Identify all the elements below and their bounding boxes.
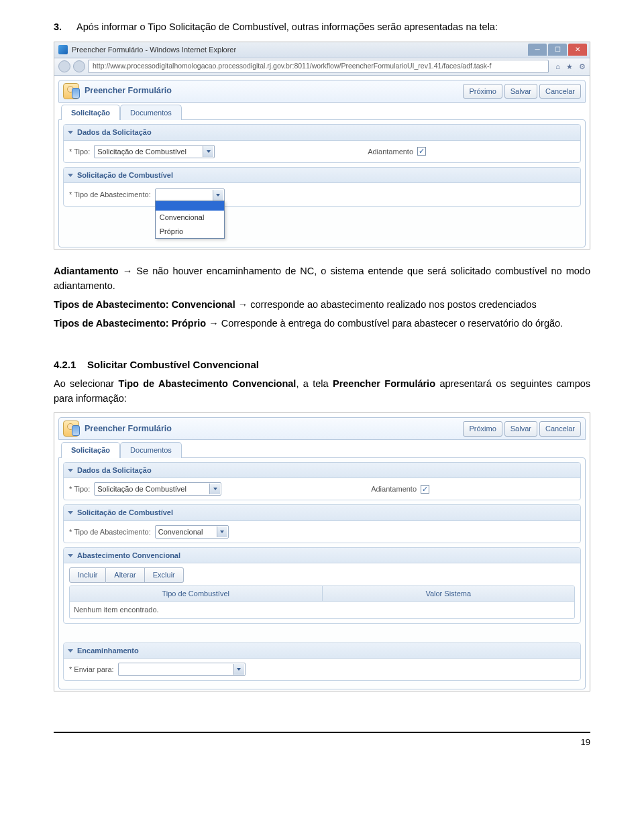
section-title: Solicitar Combustível Convencional bbox=[87, 359, 259, 370]
collapse-icon[interactable] bbox=[68, 554, 73, 557]
tab-solicitacao[interactable]: Solicitação bbox=[61, 105, 120, 121]
grid-empty-msg: Nenhum item encontrado. bbox=[70, 602, 574, 618]
section-dados-title: Dados da Solicitação bbox=[77, 127, 152, 138]
edit-button[interactable]: Alterar bbox=[106, 567, 144, 583]
select-abastecimento[interactable] bbox=[155, 188, 225, 202]
abastecimento-dropdown-list: Convencional Próprio bbox=[155, 201, 225, 239]
option-blank[interactable] bbox=[156, 201, 224, 211]
section-combustivel: Solicitação de Combustível Tipo de Abast… bbox=[63, 167, 581, 207]
tools-icon[interactable]: ⚙ bbox=[579, 62, 586, 70]
section-dados: Dados da Solicitação Tipo: Solicitação d… bbox=[63, 124, 581, 163]
section-encaminhamento: Encaminhamento Enviar para: bbox=[63, 643, 581, 681]
section-abconv: Abastecimento Convencional Incluir Alter… bbox=[63, 547, 581, 624]
ie-toolbar-icons: ⌂ ★ ⚙ bbox=[551, 61, 586, 72]
collapse-icon[interactable] bbox=[68, 131, 73, 134]
url-field[interactable]: http://www.processodigitalhomologacao.pr… bbox=[88, 60, 549, 73]
text-proprio: → Corresponde à entrega do combustível p… bbox=[206, 318, 563, 329]
nav-forward-button[interactable] bbox=[73, 60, 85, 72]
tab-bar: Solicitação Documentos bbox=[61, 105, 586, 121]
checkbox-adiantamento[interactable] bbox=[417, 147, 426, 156]
dropdown-icon bbox=[233, 664, 244, 675]
text-convencional: → corresponde ao abastecimento realizado… bbox=[235, 299, 537, 310]
col-tipo-combustivel: Tipo de Combustível bbox=[70, 586, 323, 602]
cancel-button[interactable]: Cancelar bbox=[539, 421, 581, 437]
cancel-button[interactable]: Cancelar bbox=[539, 84, 581, 99]
section-number: 4.2.1 bbox=[54, 359, 76, 370]
favorites-icon[interactable]: ★ bbox=[566, 62, 573, 70]
section-combustivel-2: Solicitação de Combustível Tipo de Abast… bbox=[63, 504, 581, 543]
delete-button[interactable]: Excluir bbox=[145, 567, 184, 583]
save-button[interactable]: Salvar bbox=[504, 421, 537, 437]
ie-addressbar: http://www.processodigitalhomologacao.pr… bbox=[54, 58, 590, 76]
section-abconv-title: Abastecimento Convencional bbox=[77, 550, 180, 561]
screenshot-form-convencional: Preencher Formulário Próximo Salvar Canc… bbox=[54, 412, 590, 691]
label-enviar: Enviar para: bbox=[69, 664, 114, 675]
form-title-2: Preencher Formulário bbox=[85, 423, 172, 435]
home-icon[interactable]: ⌂ bbox=[555, 62, 560, 70]
grid-toolbar: Incluir Alterar Excluir bbox=[69, 567, 575, 583]
nav-back-button[interactable] bbox=[58, 60, 70, 72]
explanation-block: Adiantamento → Se não houver encaminhame… bbox=[54, 264, 590, 406]
next-button[interactable]: Próximo bbox=[463, 421, 502, 437]
section-combustivel-title: Solicitação de Combustível bbox=[77, 507, 173, 518]
grid-header: Tipo de Combustível Valor Sistema bbox=[70, 586, 574, 602]
term-adiantamento: Adiantamento bbox=[54, 266, 119, 276]
section-dados-2: Dados da Solicitação Tipo: Solicitação d… bbox=[63, 462, 581, 501]
form-header: Preencher Formulário Próximo Salvar Canc… bbox=[58, 80, 586, 103]
collapse-icon[interactable] bbox=[68, 174, 73, 177]
tab-solicitacao[interactable]: Solicitação bbox=[61, 442, 120, 458]
dropdown-icon bbox=[213, 190, 223, 201]
dropdown-icon bbox=[203, 146, 213, 157]
window-minimize-button[interactable]: ─ bbox=[528, 44, 547, 56]
option-convencional[interactable]: Convencional bbox=[156, 211, 224, 225]
select-abastecimento-value: Convencional bbox=[158, 526, 203, 538]
include-button[interactable]: Incluir bbox=[69, 567, 106, 583]
col-valor-sistema: Valor Sistema bbox=[323, 586, 575, 602]
form-header-2: Preencher Formulário Próximo Salvar Canc… bbox=[58, 417, 586, 440]
label-adiantamento: Adiantamento bbox=[368, 146, 413, 158]
select-tipo[interactable]: Solicitação de Combustível bbox=[94, 145, 215, 158]
collapse-icon[interactable] bbox=[68, 469, 73, 472]
user-form-icon bbox=[63, 421, 79, 437]
ie-title-text: Preencher Formulário - Windows Internet … bbox=[72, 44, 236, 56]
checkbox-adiantamento[interactable] bbox=[421, 485, 429, 494]
user-form-icon bbox=[63, 83, 79, 99]
window-close-button[interactable]: ✕ bbox=[568, 44, 587, 56]
step-number: 3. bbox=[54, 20, 62, 35]
section-encam-title: Encaminhamento bbox=[77, 645, 139, 657]
text-adiantamento: → Se não houver encaminhamento de NC, o … bbox=[54, 266, 590, 291]
grid-abastecimento: Tipo de Combustível Valor Sistema Nenhum… bbox=[69, 585, 575, 619]
select-tipo[interactable]: Solicitação de Combustível bbox=[94, 482, 221, 496]
screenshot-ie-window: Preencher Formulário - Windows Internet … bbox=[54, 42, 590, 250]
window-maximize-button[interactable]: ☐ bbox=[548, 44, 567, 56]
select-abastecimento[interactable]: Convencional bbox=[155, 525, 229, 539]
label-adiantamento: Adiantamento bbox=[371, 484, 417, 495]
save-button[interactable]: Salvar bbox=[504, 84, 537, 99]
ie-titlebar: Preencher Formulário - Windows Internet … bbox=[54, 42, 590, 58]
tab-documentos[interactable]: Documentos bbox=[120, 105, 182, 121]
term-proprio: Tipos de Abastecimento: Próprio bbox=[54, 318, 206, 329]
p4d: Preencher Formulário bbox=[333, 378, 435, 389]
collapse-icon[interactable] bbox=[68, 649, 73, 653]
form-body-2: Dados da Solicitação Tipo: Solicitação d… bbox=[58, 457, 586, 690]
dropdown-icon bbox=[217, 526, 227, 537]
p4a: Ao selecionar bbox=[54, 378, 119, 389]
tab-documentos[interactable]: Documentos bbox=[120, 442, 182, 458]
label-abastecimento: Tipo de Abastecimento: bbox=[69, 189, 151, 201]
collapse-icon[interactable] bbox=[68, 511, 73, 514]
url-text: http://www.processodigitalhomologacao.pr… bbox=[93, 61, 492, 72]
p4b: Tipo de Abastecimento Convencional bbox=[119, 378, 297, 389]
section-combustivel-title: Solicitação de Combustível bbox=[77, 170, 173, 181]
page-footer: 19 bbox=[54, 732, 590, 749]
label-tipo: Tipo: bbox=[69, 484, 90, 495]
next-button[interactable]: Próximo bbox=[463, 84, 502, 99]
select-tipo-value: Solicitação de Combustível bbox=[97, 146, 186, 158]
select-abastecimento-wrapper: Convencional Próprio bbox=[155, 187, 225, 202]
doc-body: 3. Após informar o Tipo Solicitação de C… bbox=[54, 20, 590, 35]
ie-favicon bbox=[58, 45, 68, 54]
section-heading: 4.2.1 Solicitar Combustível Convencional bbox=[54, 357, 590, 373]
option-proprio[interactable]: Próprio bbox=[156, 225, 224, 239]
select-enviar[interactable] bbox=[118, 663, 246, 676]
p4c: , a tela bbox=[296, 378, 333, 389]
term-convencional: Tipos de Abastecimento: Convencional bbox=[54, 299, 235, 310]
